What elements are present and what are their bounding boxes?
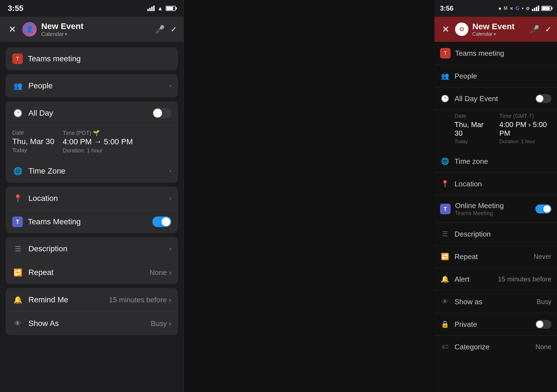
ronline-sublabel: Teams Meeting bbox=[455, 210, 531, 216]
teams-meeting-label: Teams meeting bbox=[28, 54, 81, 63]
location-row[interactable]: 📍 Location › bbox=[6, 187, 178, 210]
header-actions-right: 🎤 ✓ bbox=[530, 25, 551, 34]
rlocation-label: Location bbox=[455, 180, 551, 188]
repeat-row[interactable]: 🔁 Repeat None › bbox=[6, 261, 178, 284]
calendar-subtitle-right: Calendar ▾ bbox=[472, 31, 526, 37]
chevron-down-icon[interactable]: ▾ bbox=[65, 31, 67, 37]
ronline-row[interactable]: T Online Meeting Teams Meeting bbox=[434, 195, 557, 223]
rrepeat-row[interactable]: 🔁 Repeat Never bbox=[434, 245, 557, 268]
showas-row[interactable]: 👁 Show As Busy › bbox=[6, 312, 178, 335]
battery-icon-right bbox=[541, 6, 551, 11]
status-bar-right: 3:56 ● M ✕ G • ⚙ bbox=[434, 0, 557, 17]
rcategorize-row[interactable]: 🏷 Categorize None bbox=[434, 336, 557, 358]
remind-label: Remind Me bbox=[28, 295, 104, 304]
close-button[interactable]: ✕ bbox=[7, 24, 18, 35]
mic-icon[interactable]: 🎤 bbox=[155, 25, 165, 34]
remind-value: 15 minutes before › bbox=[109, 296, 171, 304]
battery-icon bbox=[166, 6, 176, 11]
signal-icon bbox=[147, 6, 155, 11]
rdate-sub: Today bbox=[455, 139, 488, 145]
rshowas-label: Show as bbox=[455, 298, 532, 306]
date-label-left: Date bbox=[12, 130, 54, 136]
rcategorize-label: Categorize bbox=[455, 343, 531, 351]
rbell-icon: 🔔 bbox=[440, 274, 450, 284]
ronline-knob bbox=[543, 205, 551, 213]
status-icons-left: ▲ bbox=[147, 5, 176, 12]
content-right: T Teams meeting 👥 People 🕐 All Day Event bbox=[434, 42, 557, 392]
rtime-value[interactable]: 4:00 PM › 5:00 PM bbox=[499, 120, 551, 138]
vid-icon: ✕ bbox=[510, 6, 513, 11]
description-row[interactable]: ☰ Description › bbox=[6, 237, 178, 261]
datetime-section-left: Date Thu, Mar 30 Today Time (PDT) 🌱 4:00… bbox=[6, 125, 178, 159]
remind-row[interactable]: 🔔 Remind Me 15 minutes before › bbox=[6, 288, 178, 312]
teams-meeting-row[interactable]: T Teams meeting bbox=[6, 47, 178, 70]
teams-purple-icon: T bbox=[12, 216, 23, 227]
rlocation-row[interactable]: 📍 Location bbox=[434, 173, 557, 195]
allday-row[interactable]: 🕐 All Day bbox=[6, 101, 178, 125]
teams-meeting-toggle[interactable] bbox=[152, 216, 171, 227]
check-icon[interactable]: ✓ bbox=[170, 25, 177, 34]
eye-icon: 👁 bbox=[12, 318, 23, 329]
location-chevron-icon: › bbox=[169, 195, 171, 202]
timezone-row[interactable]: 🌐 Time Zone › bbox=[6, 159, 178, 183]
rpeople-row[interactable]: 👥 People bbox=[434, 65, 557, 87]
dot-icon: • bbox=[522, 5, 524, 12]
allday-content: All Day bbox=[28, 109, 147, 118]
rlock-icon: 🔒 bbox=[440, 319, 450, 329]
rlocation-icon: 📍 bbox=[440, 179, 450, 189]
rrepeat-value: Never bbox=[534, 253, 551, 260]
rshowas-value: Busy bbox=[537, 298, 551, 306]
people-content: People bbox=[28, 81, 164, 90]
rrepeat-content: Repeat bbox=[455, 252, 529, 261]
rteams-title-row[interactable]: T Teams meeting bbox=[434, 42, 557, 65]
rprivate-row[interactable]: 🔒 Private bbox=[434, 313, 557, 336]
allday-card: 🕐 All Day Date Thu, Mar 30 Today Time (P… bbox=[6, 101, 178, 183]
right-phone: 3:56 ● M ✕ G • ⚙ ✕ O New Event bbox=[434, 0, 557, 392]
wifi-icon: ▲ bbox=[157, 5, 163, 12]
rglobe-icon: 🌐 bbox=[440, 156, 450, 166]
repeat-label: Repeat bbox=[28, 268, 145, 277]
rtime-label: Time (GMT-7) bbox=[499, 113, 551, 119]
teams-meeting-toggle-row[interactable]: T Teams Meeting bbox=[6, 210, 178, 233]
rteams-title-content: Teams meeting bbox=[455, 49, 551, 58]
timezone-content: Time Zone bbox=[28, 167, 164, 176]
calendar-subtitle-left: Calendar ▾ bbox=[41, 31, 151, 37]
rallday-toggle[interactable] bbox=[535, 94, 551, 103]
rallday-label: All Day Event bbox=[455, 94, 531, 103]
rpeople-icon: 👥 bbox=[440, 71, 450, 81]
rallday-row[interactable]: 🕐 All Day Event bbox=[434, 87, 557, 110]
rdate-value[interactable]: Thu, Mar 30 bbox=[455, 120, 488, 138]
time-value-left[interactable]: 4:00 PM → 5:00 PM bbox=[63, 137, 133, 146]
rlocation-content: Location bbox=[455, 180, 551, 188]
event-title-right: New Event bbox=[472, 22, 526, 31]
rclock-icon: 🕐 bbox=[440, 94, 450, 104]
rcategorize-content: Categorize bbox=[455, 343, 531, 351]
chevron-down-icon-right[interactable]: ▾ bbox=[494, 32, 496, 36]
rtimezone-content: Time zone bbox=[455, 157, 551, 166]
ronline-toggle[interactable] bbox=[535, 204, 551, 213]
rdate-label: Date bbox=[455, 113, 488, 119]
ralert-label: Alert bbox=[455, 275, 494, 284]
rtimezone-row[interactable]: 🌐 Time zone bbox=[434, 150, 557, 173]
timezone-chevron-icon: › bbox=[169, 167, 171, 175]
people-row[interactable]: 👥 People › bbox=[6, 74, 178, 98]
mic-icon-right[interactable]: 🎤 bbox=[530, 25, 539, 34]
check-icon-right[interactable]: ✓ bbox=[545, 25, 551, 34]
rtime-col: Time (GMT-7) 4:00 PM › 5:00 PM Duration:… bbox=[499, 113, 551, 145]
ronline-label: Online Meeting bbox=[455, 201, 531, 210]
date-value-left[interactable]: Thu, Mar 30 bbox=[12, 137, 54, 146]
rteams-purple-icon: T bbox=[440, 204, 451, 214]
header-right: ✕ O New Event Calendar ▾ 🎤 ✓ bbox=[434, 17, 557, 42]
allday-label: All Day bbox=[28, 109, 147, 118]
rteams-title-label: Teams meeting bbox=[455, 49, 551, 58]
rpeople-content: People bbox=[455, 72, 551, 81]
rshowas-row[interactable]: 👁 Show as Busy bbox=[434, 291, 557, 313]
rprivate-toggle[interactable] bbox=[535, 320, 551, 329]
close-button-right[interactable]: ✕ bbox=[440, 24, 451, 35]
allday-toggle[interactable] bbox=[152, 108, 171, 118]
ralert-row[interactable]: 🔔 Alert 15 minutes before bbox=[434, 268, 557, 291]
toggle-knob bbox=[153, 109, 162, 118]
rdesc-row[interactable]: ☰ Description bbox=[434, 223, 557, 245]
description-content: Description bbox=[28, 244, 164, 253]
mail-icon: ● bbox=[499, 6, 502, 11]
